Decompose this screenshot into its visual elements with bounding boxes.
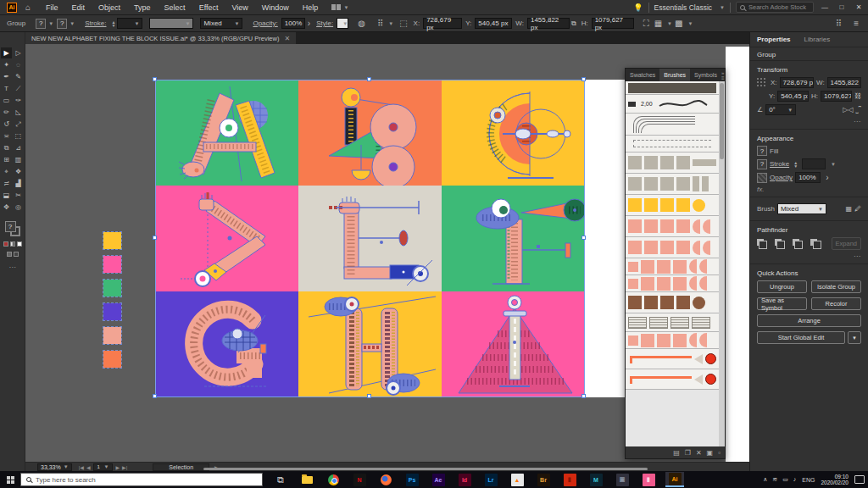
screen-mode-button[interactable] xyxy=(14,252,19,257)
prop-w-field[interactable]: 1455,822 px xyxy=(827,77,861,88)
blend-tool[interactable]: ❖ xyxy=(13,166,24,177)
brush-item-15[interactable] xyxy=(626,369,719,390)
w-field[interactable]: 1455,822 px xyxy=(527,18,570,29)
brush-item-9[interactable] xyxy=(626,258,719,275)
status-mode-field[interactable]: Selection xyxy=(153,463,209,471)
opacity-field[interactable]: 100% xyxy=(281,18,305,29)
workspace-switcher[interactable]: Essentials Classic xyxy=(654,3,713,12)
draw-normal-button[interactable] xyxy=(7,252,12,257)
tile-letter-f[interactable] xyxy=(442,186,585,291)
tile-letter-g[interactable] xyxy=(155,291,298,397)
pasteboard-swatch-2[interactable] xyxy=(103,280,121,297)
shaper-tool[interactable]: ✏ xyxy=(1,107,12,118)
mesh-tool[interactable]: ⊞ xyxy=(1,154,12,165)
prop-stroke-swatch[interactable]: ? xyxy=(757,159,767,169)
show-hidden-icons[interactable]: ∧ xyxy=(763,476,767,483)
adobe-stock-search[interactable]: Search Adobe Stock xyxy=(736,2,814,13)
quick-action-recolor[interactable]: Recolor xyxy=(811,297,861,310)
brush-item-1[interactable]: 2,00 xyxy=(626,95,719,114)
align-icon[interactable]: ⠿ xyxy=(377,19,383,28)
properties-tab-properties[interactable]: Properties xyxy=(750,36,798,43)
brush-item-12[interactable] xyxy=(626,313,719,332)
pathfinder-exclude-icon[interactable] xyxy=(810,239,821,249)
zoom-tool[interactable]: ◎ xyxy=(13,202,24,213)
color-mode-button[interactable] xyxy=(3,241,8,247)
curvature-tool[interactable]: ✎ xyxy=(13,71,24,82)
gradient-mode-button[interactable] xyxy=(10,241,15,247)
quick-action-start-global-edit[interactable]: Start Global Edit xyxy=(757,331,845,344)
pen-tool[interactable]: ✒ xyxy=(1,71,12,82)
shape-options-icon[interactable]: ▦ xyxy=(654,19,662,28)
tile-letter-i[interactable] xyxy=(442,291,585,397)
style-swatch[interactable]: ▼ xyxy=(337,18,348,29)
network-icon[interactable]: ≋ xyxy=(772,476,777,483)
taskbar-app-firefox[interactable] xyxy=(376,472,395,487)
selection-handle-0[interactable] xyxy=(153,77,157,81)
x-field[interactable]: 728,679 px xyxy=(423,18,462,29)
tile-letter-d[interactable] xyxy=(155,186,298,291)
brush-libraries-icon[interactable]: ▤ xyxy=(673,449,680,457)
align-caret[interactable]: ▼ xyxy=(388,21,393,26)
stroke-weight-dropdown[interactable]: ▼ xyxy=(117,18,142,29)
home-icon[interactable]: ⌂ xyxy=(25,3,31,12)
edit-toolbar-ellipsis[interactable]: ⋯ xyxy=(9,263,16,271)
hand-tool[interactable]: ✥ xyxy=(1,202,12,213)
brushes-tab-brushes[interactable]: Brushes xyxy=(659,69,690,81)
variable-width-dropdown[interactable]: ▼ xyxy=(149,18,193,29)
brushes-tab-swatches[interactable]: Swatches xyxy=(626,69,659,81)
transform-icon[interactable]: ⬚ xyxy=(399,19,407,28)
prop-x-field[interactable]: 728,679 px xyxy=(780,77,814,88)
prop-stroke-caret[interactable]: ▼ xyxy=(831,162,836,167)
prop-opacity-field[interactable]: 100% xyxy=(795,172,821,183)
menu-view[interactable]: View xyxy=(225,3,254,12)
display-icon[interactable]: ▭ xyxy=(782,476,788,483)
menu-file[interactable]: File xyxy=(39,3,65,12)
brush-item-7[interactable] xyxy=(626,216,719,237)
rotate-angle-dropdown[interactable]: 0°▼ xyxy=(765,104,796,115)
workspace-caret[interactable]: ▼ xyxy=(720,5,725,10)
reference-point-icon[interactable] xyxy=(757,78,766,87)
flip-horizontal-icon[interactable]: ▷◁ xyxy=(843,106,853,114)
menu-select[interactable]: Select xyxy=(158,3,192,12)
slice-tool[interactable]: ✂ xyxy=(13,190,24,201)
selection-handle-4[interactable] xyxy=(581,236,586,240)
next-artboard-icon[interactable]: ▶ xyxy=(115,464,120,470)
h-field[interactable]: 1079,627 px xyxy=(592,18,634,29)
paintbrush-tool[interactable]: ✑ xyxy=(13,95,24,106)
tile-letter-e[interactable] xyxy=(298,186,442,291)
free-transform-tool[interactable]: ⬚ xyxy=(13,130,24,141)
prop-opacity-icon[interactable] xyxy=(757,173,767,183)
stroke-swatch[interactable]: ? xyxy=(57,19,67,29)
tile-letter-c[interactable] xyxy=(442,80,585,186)
arrange-documents-icon[interactable] xyxy=(331,4,341,10)
taskbar-app-generic-app[interactable]: ▣ xyxy=(613,472,632,487)
fill-box[interactable]: ? xyxy=(5,221,16,232)
selection-tool[interactable]: ▶ xyxy=(1,47,12,58)
taskbar-app-illustrator[interactable]: Ai xyxy=(665,472,684,487)
symbol-sprayer-tool[interactable]: ≓ xyxy=(1,178,12,189)
fill-caret[interactable]: ▼ xyxy=(48,21,53,26)
taskbar-app-netflix[interactable]: N xyxy=(350,472,369,487)
brush-item-10[interactable] xyxy=(626,275,719,292)
first-artboard-icon[interactable]: |◀ xyxy=(79,464,84,470)
properties-tab-libraries[interactable]: Libraries xyxy=(798,36,837,43)
stroke-stepper[interactable]: ▲▼ xyxy=(111,20,115,27)
pasteboard-swatch-4[interactable] xyxy=(103,327,121,344)
artboard-number-dropdown[interactable]: 1 ▼ xyxy=(93,463,114,471)
opacity-expand-icon[interactable]: › xyxy=(308,19,310,28)
select-similar-caret[interactable]: ▼ xyxy=(688,21,693,26)
tile-letter-h[interactable] xyxy=(298,291,442,397)
pathfinder-minus-front-icon[interactable] xyxy=(775,239,785,249)
prop-opacity-expand[interactable]: › xyxy=(826,173,828,182)
menu-window[interactable]: Window xyxy=(255,3,296,12)
brush-item-6[interactable] xyxy=(626,195,719,216)
brush-item-4[interactable] xyxy=(626,152,719,174)
prop-opacity-label[interactable]: Opacity xyxy=(770,174,793,181)
maximize-button[interactable]: □ xyxy=(836,3,848,11)
panel-menu-icon[interactable]: ≡ xyxy=(854,19,859,28)
tile-letter-b[interactable] xyxy=(298,80,442,186)
horizontal-scrollbar[interactable] xyxy=(203,468,648,470)
rectangle-tool[interactable]: ▭ xyxy=(1,95,12,106)
fill-stroke-indicator[interactable]: ? xyxy=(5,221,20,236)
quick-action-isolate-group[interactable]: Isolate Group xyxy=(811,280,861,293)
